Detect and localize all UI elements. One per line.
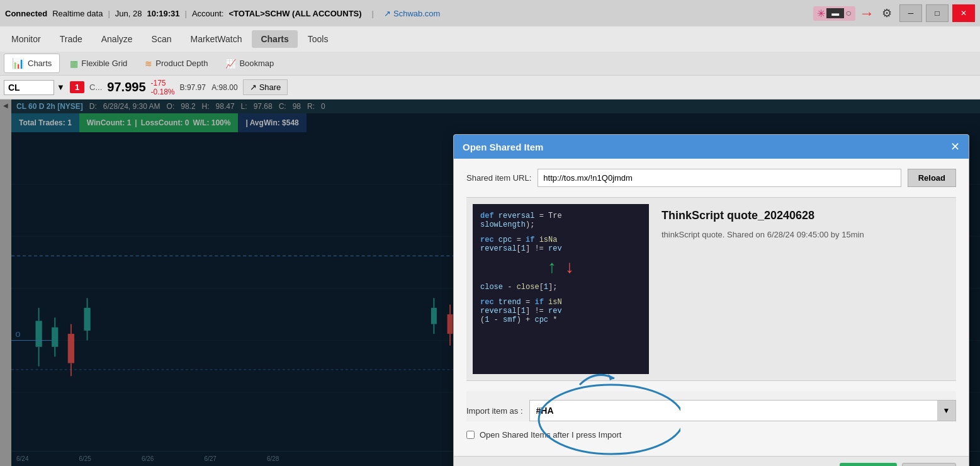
import-name-input[interactable] — [529, 400, 956, 421]
script-line-5: close - close[1]; — [480, 283, 641, 292]
asterisk-icon: ✳ — [817, 8, 825, 20]
modal-title: Open Shared Item — [463, 142, 543, 152]
script-line-8: (1 - smf) + cpc * — [480, 315, 641, 324]
share-icon: ↗ — [250, 82, 257, 92]
modal-footer: Import Cancel — [454, 456, 969, 466]
title-bar: Connected Realtime data | Jun, 28 10:19:… — [0, 0, 980, 26]
script-line-1: def reversal = Tre — [480, 212, 641, 220]
main-nav: Monitor Trade Analyze Scan MarketWatch C… — [0, 26, 980, 52]
realtime-label: Realtime data — [52, 9, 103, 18]
quote-bar: ▼ 1 C... 97.995 -175 -0.18% B:97.97 A:98… — [0, 76, 980, 99]
script-blank-1 — [480, 229, 641, 236]
content-area: ◀ CL 60 D 2h [NYSE] D: 6/28/24, 9:30 AM … — [0, 99, 980, 466]
script-line-4: reversal[1] != rev — [480, 244, 641, 253]
script-title: ThinkScript quote_20240628 — [662, 209, 950, 222]
close-button[interactable]: ✕ — [952, 4, 975, 22]
bookmap-icon: 📈 — [225, 59, 236, 69]
bid-ask: B:97.97 A:98.00 — [180, 83, 238, 92]
quote-badge: 1 — [70, 81, 84, 93]
modal-close-icon: ✕ — [950, 140, 960, 153]
nav-charts[interactable]: Charts — [252, 30, 297, 48]
open-shared-item-modal: Open Shared Item ✕ Shared item URL: Relo… — [453, 134, 969, 466]
title-bar-right: ✳ ▬ ○ → ⚙ ─ □ ✕ — [813, 4, 975, 22]
nav-monitor[interactable]: Monitor — [3, 30, 50, 48]
quote-price: 97.995 — [107, 80, 145, 94]
url-label: Shared item URL: — [466, 173, 531, 183]
schwab-link[interactable]: ↗ Schwab.com — [384, 9, 440, 18]
script-info: ThinkScript quote_20240628 thinkScript q… — [662, 204, 950, 374]
modal-body: Shared item URL: Reload def reversal = T… — [454, 159, 969, 456]
quote-change: -175 -0.18% — [151, 79, 175, 96]
script-line-6: rec trend = if isN — [480, 298, 641, 307]
script-line-2: slowLength); — [480, 220, 641, 229]
minimize-button[interactable]: ─ — [899, 4, 922, 22]
title-bar-left: Connected Realtime data | Jun, 28 10:19:… — [5, 9, 807, 18]
nav-marketwatch[interactable]: MarketWatch — [181, 30, 251, 48]
symbol-input[interactable] — [4, 80, 54, 95]
account-label: Account: — [192, 9, 224, 18]
import-row: Import item as : ▼ — [466, 391, 956, 421]
gear-icon: ⚙ — [882, 6, 892, 20]
script-line-3: rec cpc = if isNa — [480, 236, 641, 244]
nav-scan[interactable]: Scan — [143, 30, 181, 48]
modal-header: Open Shared Item ✕ — [454, 135, 969, 159]
quote-abbr: C... — [89, 82, 102, 92]
dropdown-arrow[interactable]: ▼ — [57, 82, 65, 92]
nav-tools[interactable]: Tools — [299, 30, 337, 48]
app-container: Connected Realtime data | Jun, 28 10:19:… — [0, 0, 980, 466]
script-desc: thinkScript quote. Shared on 6/28/24 09:… — [662, 229, 950, 241]
subnav-charts[interactable]: 📊 Charts — [4, 54, 60, 73]
depth-icon: ≋ — [145, 59, 152, 69]
checkbox-label: Open Shared Items after I press Import — [480, 430, 621, 440]
preview-section: def reversal = Tre slowLength); rec cpc … — [466, 197, 956, 381]
external-link-icon: ↗ — [384, 9, 391, 18]
cancel-button[interactable]: Cancel — [902, 463, 956, 466]
url-row: Shared item URL: Reload — [466, 169, 956, 187]
script-line-7: reversal[1] != rev — [480, 307, 641, 315]
modal-overlay: Open Shared Item ✕ Shared item URL: Relo… — [0, 99, 980, 466]
maximize-button[interactable]: □ — [926, 4, 949, 22]
circle-icon: ○ — [845, 8, 852, 19]
script-blank-2 — [480, 292, 641, 298]
modal-close-button[interactable]: ✕ — [950, 141, 960, 152]
connected-status: Connected — [5, 9, 47, 18]
reload-button[interactable]: Reload — [908, 169, 956, 187]
sub-nav: 📊 Charts ▦ Flexible Grid ≋ Product Depth… — [0, 52, 980, 76]
charts-bar-icon: 📊 — [12, 57, 25, 69]
import-button[interactable]: Import — [840, 463, 898, 466]
time-label: 10:19:31 — [147, 9, 179, 18]
account-value: <TOTAL>SCHW (ALL ACCOUNTS) — [228, 9, 361, 18]
nav-trade[interactable]: Trade — [51, 30, 91, 48]
import-section: Import item as : ▼ — [466, 391, 956, 421]
import-input-wrapper: ▼ — [529, 400, 956, 421]
share-button[interactable]: ↗ Share — [243, 79, 288, 95]
import-label: Import item as : — [466, 406, 523, 416]
checkbox-row: Open Shared Items after I press Import — [466, 421, 956, 446]
nav-analyze[interactable]: Analyze — [93, 30, 142, 48]
icon-cluster: ✳ ▬ ○ — [813, 6, 855, 21]
grid-icon: ▦ — [70, 59, 78, 69]
import-dropdown-button[interactable]: ▼ — [937, 400, 956, 421]
subnav-flexgrid[interactable]: ▦ Flexible Grid — [62, 55, 135, 72]
date-label: Jun, 28 — [115, 9, 142, 18]
arrow-icon: → — [859, 4, 874, 22]
subnav-bookmap[interactable]: 📈 Bookmap — [218, 55, 281, 72]
open-after-import-checkbox[interactable] — [466, 431, 475, 439]
script-preview: def reversal = Tre slowLength); rec cpc … — [473, 204, 649, 374]
dropdown-arrow-icon: ▼ — [943, 406, 950, 415]
subnav-productdepth[interactable]: ≋ Product Depth — [137, 55, 215, 72]
script-arrows: ↑ ↓ — [480, 258, 641, 278]
bar-icon: ▬ — [826, 8, 844, 18]
url-input[interactable] — [538, 169, 901, 187]
settings-button[interactable]: ⚙ — [878, 4, 896, 22]
symbol-section: ▼ — [4, 80, 65, 95]
